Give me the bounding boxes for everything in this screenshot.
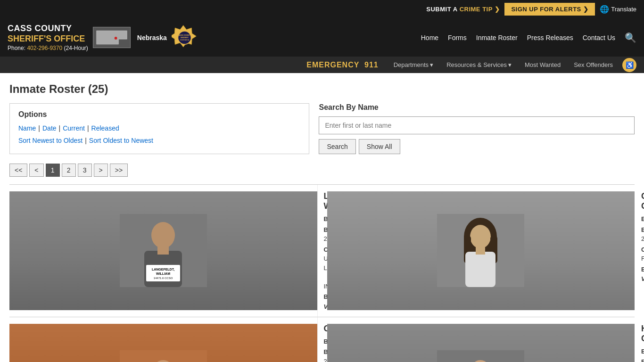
nav-sex-offenders[interactable]: Sex Offenders [568,57,619,73]
brand: CASS COUNTY SHERIFF'S OFFICE Phone: 402-… [8,24,88,51]
emergency-number: 911 [364,61,379,69]
sep2: | [59,124,61,132]
main-content: Inmate Roster (25) Options Name | Date |… [0,73,644,362]
option-current[interactable]: Current [63,124,85,132]
pagination: << < 1 2 3 > >> [9,164,635,177]
nav-most-wanted[interactable]: Most Wanted [519,57,566,73]
nav-forms[interactable]: Forms [448,34,467,41]
alerts-button[interactable]: SIGN UP FOR ALERTS ❯ [504,3,595,16]
svg-rect-20 [465,252,495,287]
secondary-nav: EMERGENCY 911 Departments ▾ Resources & … [0,57,644,73]
search-icon: 🔍 [625,33,636,43]
inmate-photo-hansen: HANSEN, CCSO [327,324,635,362]
page-2-button[interactable]: 2 [62,164,76,177]
options-links: Name | Date | Current | Released [18,124,300,132]
resources-label: Resources & Services [446,61,507,68]
nav-departments[interactable]: Departments ▾ [388,57,439,73]
nav-home[interactable]: Home [421,34,438,41]
inmate-name-hansen: HANSEN, CAMERON [641,324,644,344]
phone-label: Phone: [8,45,25,51]
svg-text:NEBRASKA: NEBRASKA [180,39,190,41]
nebraska-map [93,27,131,48]
brand-phone: Phone: 402-296-9370 (24-Hour) [8,45,88,51]
page-1-button[interactable]: 1 [46,164,60,177]
nav-inmate-roster[interactable]: Inmate Roster [476,34,518,41]
translate-label: Translate [611,6,636,13]
globe-icon: 🌐 [600,5,609,14]
svg-text:WILLIAM: WILLIAM [156,272,170,275]
svg-text:SHERIFF: SHERIFF [181,36,189,39]
chevron-down-icon: ▾ [430,61,433,68]
option-released[interactable]: Released [91,124,119,132]
header-right: Home Forms Inmate Roster Press Releases … [421,32,636,43]
svg-point-1 [115,37,117,40]
inmate-bond-gallegos: Bond:No Bond [641,265,644,274]
svg-text:14471.6   CCSO: 14471.6 CCSO [153,277,173,280]
search-input[interactable] [319,116,635,134]
sort-links: Sort Newest to Oldest | Sort Oldest to N… [18,137,300,144]
accessibility-button[interactable]: ♿ [622,58,636,72]
sort-sep: | [85,137,87,144]
inmate-photo-gallegos [327,191,635,310]
inmate-name-gallegos: GALLEGOS, GABRIEL [641,191,644,211]
search-box: Search By Name Search Show All [319,103,635,154]
sep3: | [87,124,89,132]
header-search-button[interactable]: 🔍 [625,32,636,43]
svg-rect-21 [476,246,485,255]
sep1: | [38,124,40,132]
inmate-col-gallegos: GALLEGOS, GABRIEL Booking #:73556 Bookin… [327,185,635,317]
svg-point-17 [470,225,491,248]
inmate-photo-langefeldt: LANGEFELDT, WILLIAM 14471.6 CCSO [9,191,317,310]
sheriff-badge: CASS COUNTY SHERIFF NEBRASKA [172,22,198,53]
show-all-button[interactable]: Show All [359,139,400,154]
translate-button[interactable]: 🌐 Translate [600,5,636,14]
nav-contact-us[interactable]: Contact Us [583,34,615,41]
page-first-button[interactable]: << [9,164,27,177]
inmate-grid: LANGEFELDT, WILLIAM 14471.6 CCSO LANGEFE… [9,184,635,362]
inmate-booking-num-gallegos: Booking #:73556 [641,214,644,224]
inmate-col-hansen: HANSEN, CCSO HANSEN, CAMERON Booking #:7… [327,317,635,362]
brand-subtitle: SHERIFF'S OFFICE [8,34,88,44]
phone-number[interactable]: 402-296-9370 [27,45,62,51]
crime-tip-button[interactable]: SUBMIT A CRIME TIP ❯ [426,6,500,13]
page-prev-button[interactable]: < [29,164,43,177]
svg-point-8 [151,222,175,248]
header-nav: Home Forms Inmate Roster Press Releases … [421,34,615,41]
inmate-charges-gallegos: Charges:9964::HOLD FOR COURT [641,245,644,263]
option-name[interactable]: Name [18,124,36,132]
sort-newest[interactable]: Sort Newest to Oldest [18,137,83,144]
alerts-arrow: ❯ [583,6,589,13]
page-title: Inmate Roster (25) [9,82,635,96]
header: CASS COUNTY SHERIFF'S OFFICE Phone: 402-… [0,18,644,57]
emergency-label: EMERGENCY 911 [306,61,378,69]
options-search-row: Options Name | Date | Current | Released… [9,103,635,154]
inmate-booking-date-gallegos: Booking Date:12-15-2023 - 10:03 am [641,225,644,244]
svg-text:LANGEFELDT,: LANGEFELDT, [152,268,174,272]
inmate-col-langefeldt: LANGEFELDT, WILLIAM 14471.6 CCSO LANGEFE… [9,185,318,317]
search-button[interactable]: Search [319,139,355,154]
search-buttons: Search Show All [319,139,635,154]
nav-press-releases[interactable]: Press Releases [527,34,573,41]
svg-marker-0 [97,31,127,44]
phone-hours: (24-Hour) [64,45,88,51]
top-bar: SUBMIT A CRIME TIP ❯ SIGN UP FOR ALERTS … [0,0,644,18]
chevron-down-icon-2: ▾ [508,61,512,68]
page-next-button[interactable]: > [94,164,108,177]
accessibility-icon: ♿ [626,61,634,69]
page-3-button[interactable]: 3 [78,164,92,177]
option-date[interactable]: Date [42,124,57,132]
inmate-info-hansen: HANSEN, CAMERON Booking #:73554 Booking … [641,324,644,362]
inmate-row-1: LANGEFELDT, WILLIAM 14471.6 CCSO LANGEFE… [9,185,635,317]
inmate-booking-num-hansen: Booking #:73554 [641,347,644,356]
inmate-photo-gregg: GREGG, CCSO [9,324,317,362]
page-last-button[interactable]: >> [110,164,128,177]
nav-resources-services[interactable]: Resources & Services ▾ [441,57,517,73]
inmate-col-gregg: GREGG, CCSO GREGG, KODY Booking #:73555 … [9,317,318,362]
inmate-row-2: GREGG, CCSO GREGG, KODY Booking #:73555 … [9,317,635,362]
sort-oldest[interactable]: Sort Oldest to Newest [89,137,153,144]
view-profile-gallegos[interactable]: View Profile >>> [641,275,644,282]
inmate-info-gallegos: GALLEGOS, GABRIEL Booking #:73556 Bookin… [641,191,644,310]
options-box: Options Name | Date | Current | Released… [9,103,309,154]
emergency-text: EMERGENCY [306,61,359,69]
svg-rect-10 [157,246,169,255]
